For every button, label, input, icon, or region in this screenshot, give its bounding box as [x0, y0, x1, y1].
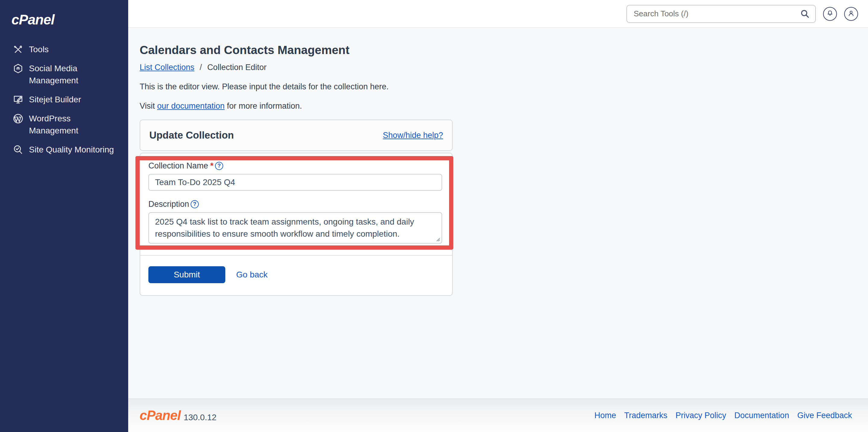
footer-links: Home Trademarks Privacy Policy Documenta… — [594, 411, 852, 420]
description-label: Description — [148, 199, 189, 209]
breadcrumb-link-list-collections[interactable]: List Collections — [140, 63, 194, 72]
docs-text-prefix: Visit — [140, 102, 157, 111]
form-actions: Submit Go back — [140, 256, 452, 295]
form-fields: Collection Name * ? Description ? 2025 Q… — [140, 153, 452, 255]
bell-icon — [826, 9, 834, 18]
description-label-row: Description ? — [148, 199, 442, 209]
footer-link-documentation[interactable]: Documentation — [734, 411, 789, 420]
resize-handle-icon[interactable] — [435, 236, 440, 242]
page-title: Calendars and Contacts Management — [140, 42, 868, 58]
sidebar: cPanel Tools Social Media Management Sit… — [0, 0, 128, 432]
footer-link-home[interactable]: Home — [594, 411, 616, 420]
sidebar-item-label: Sitejet Builder — [29, 94, 81, 106]
breadcrumb-current: Collection Editor — [207, 63, 267, 72]
footer-link-privacy-policy[interactable]: Privacy Policy — [676, 411, 726, 420]
search-icon — [800, 9, 810, 19]
sidebar-nav: Tools Social Media Management Sitejet Bu… — [0, 44, 128, 156]
site-quality-icon — [13, 144, 24, 155]
collection-name-input[interactable] — [148, 174, 442, 191]
footer-link-give-feedback[interactable]: Give Feedback — [797, 411, 852, 420]
topbar — [128, 0, 868, 28]
submit-button[interactable]: Submit — [148, 266, 225, 283]
show-hide-help-link[interactable]: Show/hide help? — [383, 131, 443, 140]
description-textarea-wrap: 2025 Q4 task list to track team assignme… — [148, 212, 442, 243]
sidebar-item-label: Social Media Management — [29, 62, 91, 87]
cpanel-logo: cPanel — [11, 11, 128, 28]
notifications-button[interactable] — [823, 7, 837, 21]
docs-text: Visit our documentation for more informa… — [140, 100, 868, 111]
documentation-link[interactable]: our documentation — [157, 102, 225, 111]
footer-link-trademarks[interactable]: Trademarks — [624, 411, 668, 420]
breadcrumb: List Collections / Collection Editor — [140, 62, 868, 73]
sidebar-item-label: WordPress Management — [29, 113, 91, 137]
sidebar-item-sitejet-builder[interactable]: Sitejet Builder — [0, 94, 128, 106]
footer-version: 130.0.12 — [184, 413, 217, 422]
main-content: Calendars and Contacts Management List C… — [128, 28, 868, 399]
sitejet-builder-icon — [13, 94, 24, 105]
account-button[interactable] — [844, 7, 858, 21]
sidebar-item-site-quality[interactable]: Site Quality Monitoring — [0, 144, 128, 156]
footer-branding: cPanel 130.0.12 — [140, 408, 217, 423]
collection-form-card: Collection Name * ? Description ? 2025 Q… — [140, 153, 453, 296]
docs-text-suffix: for more information. — [225, 102, 302, 111]
collection-name-label: Collection Name — [148, 161, 208, 171]
sidebar-item-wordpress[interactable]: WordPress Management — [0, 113, 128, 137]
footer-cpanel-logo: cPanel — [140, 408, 181, 423]
wordpress-icon — [13, 113, 24, 124]
sidebar-item-tools[interactable]: Tools — [0, 44, 128, 56]
breadcrumb-separator: / — [200, 63, 202, 72]
help-icon[interactable]: ? — [191, 200, 199, 208]
update-collection-header: Update Collection Show/hide help? — [140, 119, 453, 151]
go-back-link[interactable]: Go back — [236, 270, 268, 280]
description-textarea[interactable]: 2025 Q4 task list to track team assignme… — [148, 212, 442, 243]
search-box — [626, 5, 816, 23]
sidebar-item-label: Tools — [29, 44, 49, 56]
search-input[interactable] — [626, 5, 816, 23]
help-icon[interactable]: ? — [215, 162, 223, 170]
footer: cPanel 130.0.12 Home Trademarks Privacy … — [128, 399, 868, 432]
sidebar-item-social-media[interactable]: Social Media Management — [0, 62, 128, 87]
sidebar-item-label: Site Quality Monitoring — [29, 144, 114, 156]
intro-text: This is the editor view. Please input th… — [140, 81, 868, 92]
card-title: Update Collection — [149, 129, 234, 141]
social-media-icon — [13, 63, 24, 74]
required-marker: * — [210, 161, 214, 171]
user-icon — [847, 9, 855, 18]
collection-name-label-row: Collection Name * ? — [148, 161, 442, 171]
tools-icon — [13, 44, 24, 55]
